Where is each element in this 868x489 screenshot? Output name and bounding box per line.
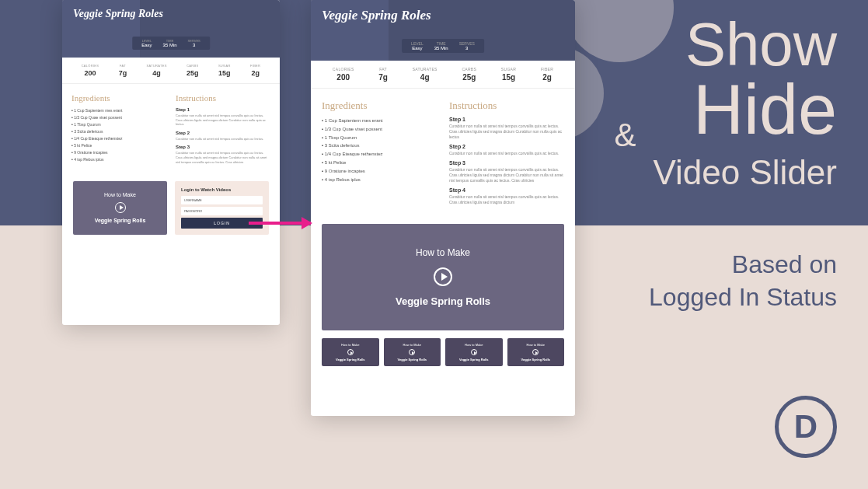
ingredients-header: Ingredients [71, 93, 166, 103]
video-top: How to Make [329, 247, 556, 258]
ingredient-item: 1 Cup Sapientem mes erant [71, 107, 166, 114]
step-title: Step 1 [449, 117, 564, 122]
ingredients-list: 1 Cup Sapientem mes erant1/3 Cup Quae vi… [71, 107, 166, 163]
ingredient-item: 3 Scita deferious [71, 128, 166, 135]
headline-3: Video Slider [654, 153, 837, 192]
ingredient-item: 1/3 Cup Quae viset possent [322, 125, 437, 134]
nutrition: CALORIES200FAT7gSATURATES4gCARBS25gSUGAR… [62, 58, 280, 84]
ampersand: & [615, 117, 636, 154]
step-body: Curabitur non nulla sit amet nisl tempus… [449, 151, 564, 156]
ingredient-item: 4 tsp Rebus iplos [322, 176, 437, 184]
step-body: Curabitur non nulla sit amet nisl tempus… [176, 114, 270, 127]
play-icon [434, 267, 452, 286]
login-box: Login to Watch Videos USERNAME PASSWORD … [175, 181, 269, 235]
video-slider[interactable]: How to Make Veggie Spring Rolls [322, 224, 564, 330]
video-thumb[interactable]: How to MakeVeggie Spring Rolls [507, 338, 565, 366]
ingredient-item: 5 kt Pelice [71, 142, 166, 149]
ingredients-col: Ingredients 1 Cup Sapientem mes erant1/3… [71, 93, 166, 164]
video-thumb[interactable]: How to MakeVeggie Spring Rolls [384, 338, 441, 366]
login-header: Login to Watch Videos [181, 187, 263, 192]
ingredient-item: 1/4 Cup Eteaque rethenstez [322, 150, 437, 159]
headline-1: Show [654, 16, 837, 73]
sub-2: Logged In Status [649, 281, 837, 314]
hero: Veggie Spring Roles LEVELEasyTIME35 MinS… [62, 0, 280, 58]
video-thumbs: How to MakeVeggie Spring RollsHow to Mak… [311, 338, 575, 377]
step-body: Curabitur non nulla sit amet nisl tempus… [176, 137, 270, 141]
mockup-before: Veggie Spring Roles LEVELEasyTIME35 MinS… [62, 0, 280, 325]
ingredient-item: 1 Cup Sapientem mes erant [322, 117, 437, 125]
instructions-col: Instructions Step 1Curabitur non nulla s… [176, 93, 270, 164]
username-field[interactable]: USERNAME [181, 196, 263, 204]
ingredient-item: 3 Scita deferious [322, 141, 437, 150]
ingredient-item: 1/3 Cup Quae viset possent [71, 114, 166, 121]
play-icon [409, 349, 415, 355]
play-icon [471, 349, 477, 355]
ingredient-item: 9 Oratione incaptes [71, 149, 166, 156]
recipe-meta: LEVELEasyTIME35 MinSERVES3 [402, 39, 484, 53]
step-title: Step 2 [449, 144, 564, 149]
video-card[interactable]: How to Make Veggie Spring Rolls [73, 181, 167, 235]
instructions-header: Instructions [449, 100, 564, 112]
recipe-meta: LEVELEasyTIME35 MinSERVES3 [132, 37, 210, 50]
step-body: Curabitur non nulla sit amet nisl tempus… [449, 167, 564, 183]
mockup-after: Veggie Spring Roles LEVELEasyTIME35 MinS… [311, 0, 575, 416]
sub-1: Based on [649, 249, 837, 281]
ingredient-item: 5 kt Pelice [322, 159, 437, 167]
step-title: Step 3 [449, 160, 564, 166]
subtitle: Based on Logged In Status [649, 249, 837, 313]
step-body: Curabitur non nulla sit amet nisl tempus… [176, 151, 270, 164]
recipe-title: Veggie Spring Roles [73, 8, 269, 20]
ingredient-item: 9 Oratione incaptes [322, 167, 437, 176]
divi-logo-icon: D [775, 396, 837, 458]
nutrition: CALORIES200FAT7gSATURATES4gCARBS25gSUGAR… [311, 61, 575, 89]
play-icon [347, 349, 354, 355]
step-title: Step 3 [176, 145, 270, 149]
step-title: Step 1 [176, 107, 270, 112]
step-title: Step 4 [449, 187, 564, 193]
video-top: How to Make [79, 192, 161, 197]
ingredients-list: 1 Cup Sapientem mes erant1/3 Cup Quae vi… [322, 117, 437, 183]
video-thumb[interactable]: How to MakeVeggie Spring Rolls [445, 338, 503, 366]
ingredient-item: 1 Tbsp Quorum [322, 134, 437, 142]
step-body: Curabitur non nulla sit amet nisl tempus… [449, 194, 564, 205]
step-title: Step 2 [176, 131, 270, 135]
instructions-col: Instructions Step 1Curabitur non nulla s… [449, 100, 564, 205]
recipe-title: Veggie Spring Roles [322, 8, 564, 23]
play-icon [115, 202, 126, 213]
ingredient-item: 1/4 Cup Eteaque rethenstez [71, 135, 166, 142]
arrow-icon [249, 222, 311, 225]
play-icon [532, 349, 539, 355]
ingredient-item: 4 tsp Rebus iplos [71, 156, 166, 163]
step-body: Curabitur non nulla sit amet nisl tempus… [449, 124, 564, 140]
ingredients-header: Ingredients [322, 100, 437, 112]
video-thumb[interactable]: How to MakeVeggie Spring Rolls [322, 338, 379, 366]
instructions-header: Instructions [176, 93, 270, 103]
hero: Veggie Spring Roles LEVELEasyTIME35 MinS… [311, 0, 575, 61]
headline-2: Hide [654, 77, 837, 144]
video-bottom: Veggie Spring Rolls [329, 295, 556, 307]
ingredient-item: 1 Tbsp Quorum [71, 121, 166, 128]
video-bottom: Veggie Spring Rolls [79, 218, 161, 223]
headline: Show & Hide Video Slider [654, 16, 837, 192]
ingredients-col: Ingredients 1 Cup Sapientem mes erant1/3… [322, 100, 437, 205]
password-field[interactable]: PASSWORD [181, 207, 263, 215]
